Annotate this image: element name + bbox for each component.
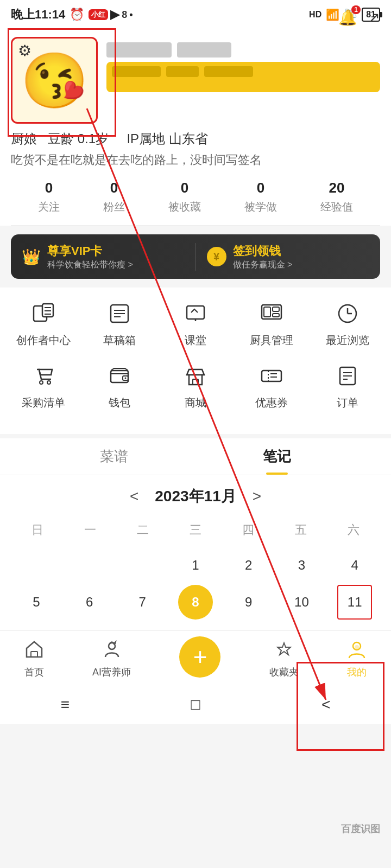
notification-count: 8 (122, 9, 127, 21)
stat-follow[interactable]: 0 关注 (38, 180, 60, 214)
notification-badge: 1 (351, 5, 361, 14)
menu-shopping-list[interactable]: 采购清单 (11, 361, 76, 410)
collected-label: 被收藏 (168, 200, 201, 214)
nav-favorites[interactable]: 收藏夹 (269, 640, 299, 679)
menu-drafts[interactable]: 草稿箱 (87, 298, 152, 348)
calendar-day (125, 548, 160, 583)
svg-rect-25 (193, 379, 198, 385)
weekday-tue: 二 (116, 518, 169, 542)
svg-point-24 (125, 378, 127, 379)
stat-exp[interactable]: 20 经验值 (320, 180, 353, 214)
coupon-icon (255, 361, 288, 391)
menu-creator-center[interactable]: 创作者中心 (11, 298, 76, 348)
crown-icon: 👑 (22, 248, 41, 266)
svg-point-36 (114, 642, 116, 644)
calendar-nav: < 2023年11月 > (11, 486, 380, 507)
share-button[interactable]: ↗ (368, 9, 380, 26)
stat-learned[interactable]: 0 被学做 (244, 180, 277, 214)
stats-row: 0 关注 0 粉丝 0 被收藏 0 被学做 20 经验值 (11, 169, 380, 226)
tools-label: 厨具管理 (250, 333, 293, 348)
back-button[interactable]: < (321, 696, 330, 713)
menu-grid: 创作者中心 草稿箱 课堂 (0, 288, 391, 434)
dot-icon: • (129, 9, 133, 21)
follow-label: 关注 (38, 200, 60, 214)
menu-coupon[interactable]: 优惠券 (239, 361, 304, 410)
calendar-day[interactable]: 10 (284, 585, 319, 620)
menu-recent[interactable]: 最近浏览 (315, 298, 380, 348)
tools-icon (255, 298, 288, 329)
weekday-sun: 日 (11, 518, 64, 542)
calendar-day[interactable]: 5 (19, 585, 54, 620)
svg-point-20 (40, 381, 43, 384)
avatar-container[interactable]: ⚙ 😘 (11, 37, 98, 124)
calendar-section: < 2023年11月 > 日 一 二 三 四 五 六 1234567891011 (0, 475, 391, 630)
gear-icon[interactable]: ⚙ (18, 42, 31, 60)
calendar-day[interactable]: 4 (337, 548, 372, 583)
calendar-day[interactable]: 6 (72, 585, 107, 620)
tab-notes[interactable]: 笔记 (250, 438, 304, 475)
shopping-list-icon (27, 361, 60, 391)
favorites-label: 收藏夹 (269, 666, 299, 679)
next-month-button[interactable]: > (253, 488, 261, 505)
svg-point-21 (47, 381, 51, 384)
home-button[interactable]: □ (191, 696, 200, 713)
collected-count: 0 (181, 180, 188, 196)
calendar-day[interactable]: 11 (337, 585, 372, 620)
vip-title: 尊享VIP卡 (47, 243, 133, 259)
calendar-day[interactable]: 1 (178, 548, 213, 583)
svg-rect-15 (273, 307, 279, 311)
stat-fans[interactable]: 0 粉丝 (103, 180, 125, 214)
nav-ai-nutrition[interactable]: AI营养师 (92, 640, 131, 679)
add-icon: + (193, 643, 207, 671)
vip-text: 尊享VIP卡 科学饮食轻松带你瘦 > (47, 243, 133, 271)
shopping-list-label: 采购清单 (22, 395, 65, 410)
ai-nutrition-icon (102, 640, 122, 663)
top-right-actions: 🔔 1 ↗ (338, 9, 380, 27)
menu-row-2: 采购清单 钱包 商城 (5, 361, 386, 410)
orders-icon (331, 361, 364, 391)
svg-rect-11 (187, 306, 204, 319)
menu-button[interactable]: ≡ (61, 696, 70, 713)
vip-right-section[interactable]: ¥ 签到领钱 做任务赢现金 > (196, 243, 381, 271)
banner-blur-1 (112, 66, 161, 77)
calendar-day[interactable]: 3 (284, 548, 319, 583)
notification-button[interactable]: 🔔 1 (338, 9, 357, 27)
stat-collected[interactable]: 0 被收藏 (168, 180, 201, 214)
tab-recipes[interactable]: 菜谱 (87, 438, 141, 475)
menu-wallet[interactable]: 钱包 (87, 361, 152, 410)
calendar-weekdays: 日 一 二 三 四 五 六 (11, 518, 380, 542)
exp-label: 经验值 (320, 200, 353, 214)
exp-count: 20 (329, 180, 345, 196)
vip-left-section[interactable]: 👑 尊享VIP卡 科学饮食轻松带你瘦 > (11, 243, 196, 271)
signal-icon: 📶 (326, 8, 339, 21)
mine-label: 我的 (347, 666, 367, 679)
menu-orders[interactable]: 订单 (315, 361, 380, 410)
calendar-day[interactable]: 2 (231, 548, 266, 583)
favorites-icon (274, 640, 294, 663)
calendar-day[interactable]: 8 (178, 585, 213, 620)
classroom-label: 课堂 (185, 333, 206, 348)
nav-mine[interactable]: 我的 (347, 640, 367, 679)
vip-banner[interactable]: 👑 尊享VIP卡 科学饮食轻松带你瘦 > ¥ 签到领钱 做任务赢现金 > (11, 234, 380, 279)
nav-home[interactable]: 首页 (24, 640, 44, 679)
home-icon (24, 640, 44, 663)
add-button[interactable]: + (179, 636, 220, 678)
calendar-day[interactable]: 7 (125, 585, 160, 620)
mine-icon (347, 640, 367, 663)
checkin-subtitle: 做任务赢现金 > (233, 259, 293, 271)
menu-row-1: 创作者中心 草稿箱 课堂 (5, 298, 386, 348)
profile-dou-age: 豆龄 0.1岁 (48, 131, 109, 146)
menu-tools[interactable]: 厨具管理 (239, 298, 304, 348)
weekday-wed: 三 (169, 518, 222, 542)
follow-count: 0 (45, 180, 53, 196)
menu-classroom[interactable]: 课堂 (163, 298, 228, 348)
nav-add[interactable]: + (179, 636, 220, 682)
calendar-day[interactable]: 9 (231, 585, 266, 620)
profile-ip: IP属地 山东省 (127, 131, 207, 146)
calendar-days: 1234567891011 (11, 548, 380, 620)
prev-month-button[interactable]: < (130, 488, 138, 505)
home-label: 首页 (24, 666, 44, 679)
profile-role: 厨娘 (11, 131, 37, 146)
banner-blur-3 (204, 66, 253, 77)
menu-store[interactable]: 商城 (163, 361, 228, 410)
